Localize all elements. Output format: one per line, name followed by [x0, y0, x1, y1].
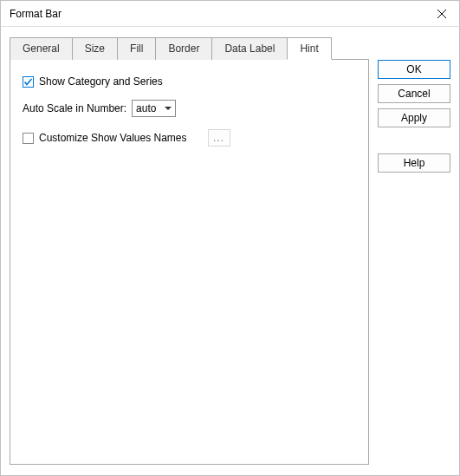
dialog-title: Format Bar: [10, 8, 62, 20]
ok-button[interactable]: OK: [378, 60, 450, 79]
customize-label: Customize Show Values Names: [39, 132, 187, 144]
auto-scale-value: auto: [136, 102, 156, 114]
help-button[interactable]: Help: [378, 153, 450, 173]
button-panel: OK Cancel Apply Help: [378, 37, 450, 465]
chevron-down-icon: [165, 107, 172, 110]
close-button[interactable]: [424, 1, 459, 27]
tab-fill[interactable]: Fill: [117, 37, 156, 60]
format-bar-dialog: Format Bar General Size Fill Border Data…: [0, 0, 460, 476]
show-category-checkbox[interactable]: [23, 76, 34, 88]
tab-general[interactable]: General: [10, 37, 73, 60]
checkmark-icon: [23, 77, 33, 87]
auto-scale-row: Auto Scale in Number: auto: [23, 100, 356, 117]
customize-ellipsis-button[interactable]: ...: [208, 129, 230, 147]
tab-row: General Size Fill Border Data Label Hint: [10, 37, 369, 60]
titlebar: Format Bar: [1, 1, 459, 27]
auto-scale-label: Auto Scale in Number:: [23, 102, 126, 114]
tab-data-label[interactable]: Data Label: [211, 37, 288, 60]
show-category-row: Show Category and Series: [23, 75, 356, 88]
hint-tab-content: Show Category and Series Auto Scale in N…: [10, 59, 369, 465]
main-panel: General Size Fill Border Data Label Hint…: [10, 37, 369, 465]
show-category-label: Show Category and Series: [39, 75, 163, 88]
tab-border[interactable]: Border: [155, 37, 212, 60]
customize-checkbox[interactable]: [23, 133, 34, 144]
dialog-body: General Size Fill Border Data Label Hint…: [1, 27, 459, 475]
cancel-button[interactable]: Cancel: [378, 84, 450, 103]
close-icon: [437, 10, 446, 18]
button-spacer: [378, 133, 450, 148]
auto-scale-select[interactable]: auto: [132, 100, 176, 117]
tab-hint[interactable]: Hint: [287, 37, 331, 60]
tab-size[interactable]: Size: [72, 37, 118, 60]
apply-button[interactable]: Apply: [378, 108, 450, 127]
customize-row: Customize Show Values Names ...: [23, 129, 356, 147]
